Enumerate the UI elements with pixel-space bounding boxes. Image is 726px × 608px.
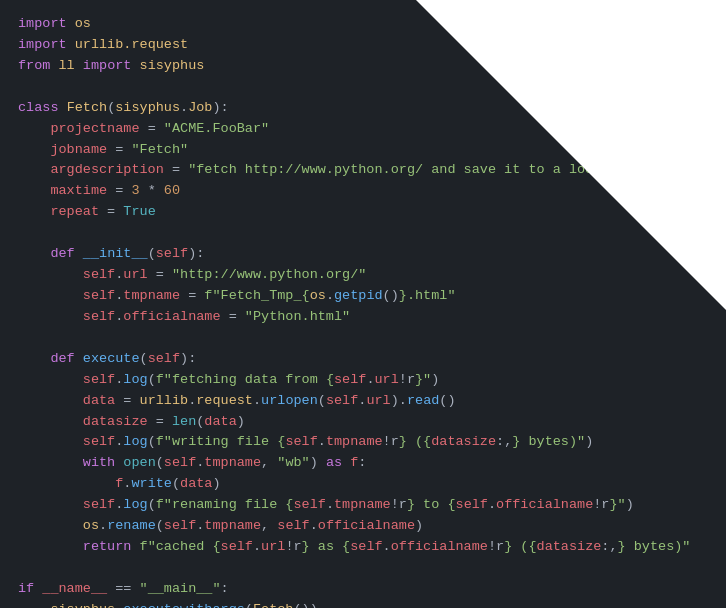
code-block: import os import urllib.request from ll … — [0, 0, 726, 608]
code-editor: import os import urllib.request from ll … — [0, 0, 726, 608]
